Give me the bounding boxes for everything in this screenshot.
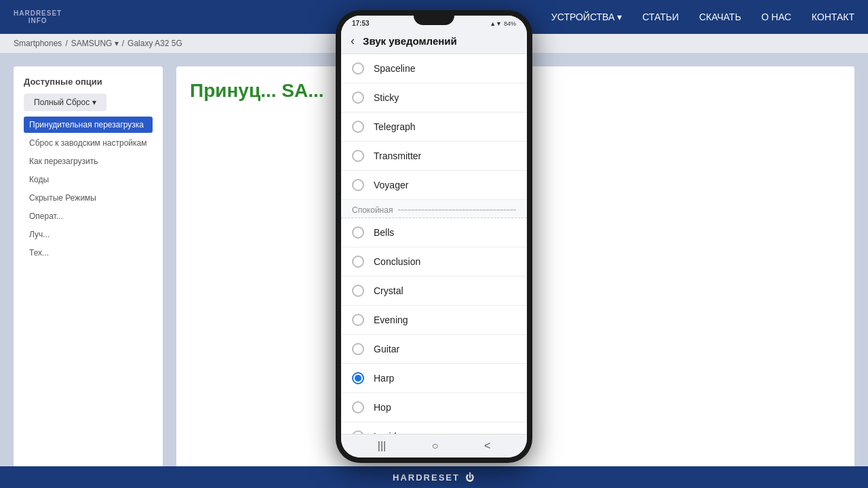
radio-bells[interactable] [352,226,364,239]
label-guitar: Guitar [374,344,399,354]
nav-item-4[interactable]: КОНТАКТ [812,12,854,22]
sidebar-title: Доступные опции [24,77,153,87]
phone-screen: 17:53 ▲▼ 84% ‹ Звук уведомлений Spacelin… [341,16,527,458]
website-nav: УСТРОЙСТВА ▾ СТАТЬИ СКАЧАТЬ О НАС КОНТАК… [551,12,854,22]
list-item-bells[interactable]: Bells [341,218,527,247]
radio-lucid[interactable] [352,430,364,434]
list-item-hop[interactable]: Hop [341,393,527,422]
label-spaceline: Spaceline [374,63,416,74]
sidebar-item-5[interactable]: Операт... [24,208,153,224]
section-header-quiet: Спокойная [341,200,527,218]
radio-hop[interactable] [352,401,364,413]
sidebar-item-0[interactable]: Принудительная перезагрузка [24,117,153,133]
label-hop: Hop [374,402,391,413]
list-item-transmitter[interactable]: Transmitter [341,142,527,171]
sidebar-item-7[interactable]: Тех... [24,245,153,261]
back-button[interactable]: ‹ [351,34,355,48]
nav-menu-button[interactable]: ||| [378,440,386,452]
label-evening: Evening [374,314,408,325]
status-icons: ▲▼ 84% [490,20,516,27]
radio-conclusion[interactable] [352,256,364,268]
nav-back-button[interactable]: < [484,440,490,452]
label-lucid: Lucid [374,431,396,434]
footer-logo: HARDRESET [393,472,460,483]
sidebar-item-4[interactable]: Скрытые Режимы [24,190,153,206]
list-item-spaceline[interactable]: Spaceline [341,54,527,83]
radio-guitar[interactable] [352,343,364,355]
battery-indicator: 84% [504,20,516,27]
nav-item-2[interactable]: СКАЧАТЬ [699,12,741,22]
sidebar-item-2[interactable]: Как перезагрузить [24,153,153,169]
bottom-nav: ||| ○ < [341,434,527,458]
nav-item-1[interactable]: СТАТЬИ [642,12,679,22]
list-item-evening[interactable]: Evening [341,306,527,335]
sidebar-item-3[interactable]: Коды [24,171,153,188]
nav-home-button[interactable]: ○ [432,440,439,452]
label-telegraph: Telegraph [374,121,416,132]
list-item-sticky[interactable]: Sticky [341,83,527,113]
website-logo: HARDRESET INFO [14,9,62,24]
label-voyager: Voyager [374,180,408,190]
sidebar: Доступные опции Полный Сброс ▾ Принудите… [14,66,163,474]
phone-outer: 17:53 ▲▼ 84% ‹ Звук уведомлений Spacelin… [336,10,532,463]
radio-harp[interactable] [352,372,364,384]
signal-icon: ▲▼ [490,20,502,27]
radio-voyager[interactable] [352,179,364,191]
radio-sticky[interactable] [352,92,364,104]
list-item-conclusion[interactable]: Conclusion [341,247,527,277]
status-time: 17:53 [352,20,370,27]
nav-item-3[interactable]: О НАС [762,12,791,22]
list-item-harp[interactable]: Harp [341,364,527,393]
label-sticky: Sticky [374,92,399,103]
radio-spaceline[interactable] [352,62,364,75]
radio-transmitter[interactable] [352,150,364,162]
screen-title: Звук уведомлений [363,35,457,47]
sidebar-dropdown[interactable]: Полный Сброс ▾ [24,94,106,111]
radio-crystal[interactable] [352,285,364,297]
app-topbar: ‹ Звук уведомлений [341,28,527,54]
sound-list[interactable]: Spaceline Sticky Telegraph Transmitter V… [341,54,527,434]
list-item-voyager[interactable]: Voyager [341,171,527,200]
label-harp: Harp [374,373,394,384]
label-bells: Bells [374,227,394,238]
sidebar-item-6[interactable]: Луч... [24,226,153,243]
label-conclusion: Conclusion [374,256,420,267]
label-crystal: Crystal [374,285,403,296]
list-item-telegraph[interactable]: Telegraph [341,113,527,142]
phone-notch [414,16,454,25]
section-label: Спокойная [352,205,393,215]
sidebar-item-1[interactable]: Сброс к заводским настройкам [24,135,153,151]
list-item-guitar[interactable]: Guitar [341,335,527,364]
phone-container: 17:53 ▲▼ 84% ‹ Звук уведомлений Spacelin… [336,10,532,463]
footer-bar: HARDRESET ⏻ [0,466,868,488]
label-transmitter: Transmitter [374,150,421,161]
list-item-crystal[interactable]: Crystal [341,277,527,306]
radio-telegraph[interactable] [352,121,364,133]
nav-item-0[interactable]: УСТРОЙСТВА ▾ [551,12,622,22]
list-item-lucid[interactable]: Lucid [341,422,527,434]
footer-icon: ⏻ [465,472,475,483]
radio-evening[interactable] [352,314,364,326]
